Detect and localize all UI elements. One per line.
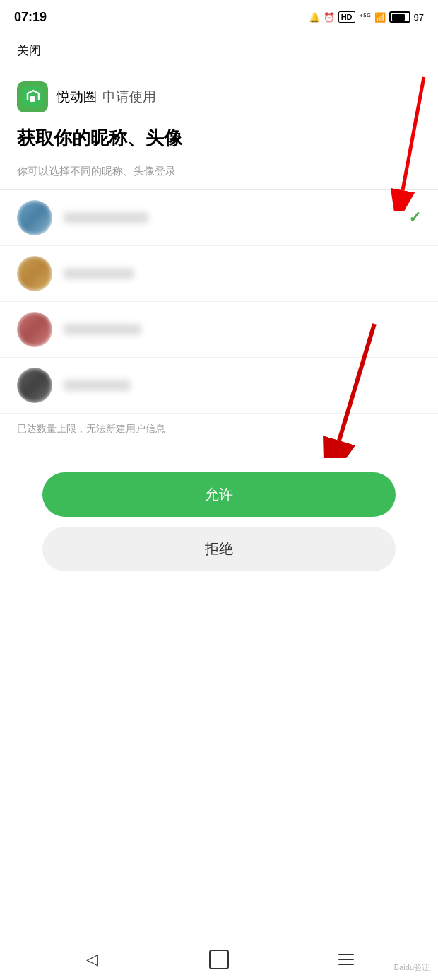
avatar bbox=[17, 312, 52, 347]
user-list: ✓ bbox=[0, 190, 438, 414]
user-info bbox=[64, 268, 421, 279]
user-name-blur bbox=[64, 212, 421, 223]
selected-check-icon: ✓ bbox=[408, 209, 421, 227]
hd-badge: HD bbox=[338, 11, 355, 23]
menu-button[interactable] bbox=[333, 947, 359, 972]
user-item[interactable]: ✓ bbox=[0, 190, 438, 246]
svg-rect-1 bbox=[30, 96, 35, 102]
allow-button[interactable]: 允许 bbox=[42, 472, 396, 517]
avatar-image bbox=[17, 368, 52, 403]
avatar bbox=[17, 368, 52, 403]
status-time: 07:19 bbox=[14, 10, 47, 25]
notification-icon: 🔔 bbox=[309, 12, 320, 23]
permission-subtitle: 你可以选择不同的昵称、头像登录 bbox=[0, 162, 438, 189]
deny-button[interactable]: 拒绝 bbox=[42, 527, 396, 571]
buttons-area: 允许 拒绝 bbox=[0, 458, 438, 585]
user-name bbox=[64, 212, 148, 223]
user-name bbox=[64, 380, 131, 391]
permission-subtitle-text: 你可以选择不同的昵称、头像登录 bbox=[17, 165, 421, 178]
permission-title: 获取你的昵称、头像 bbox=[0, 121, 438, 162]
battery-percentage: 97 bbox=[414, 12, 424, 23]
user-item[interactable] bbox=[0, 302, 438, 358]
network-icon: ⁺⁵ᴳ bbox=[359, 12, 371, 22]
status-icons: 🔔 ⏰ HD ⁺⁵ᴳ 📶 97 bbox=[309, 11, 424, 23]
close-button[interactable]: 关闭 bbox=[17, 44, 41, 57]
avatar-image bbox=[17, 256, 52, 291]
user-info bbox=[64, 380, 421, 391]
battery-icon bbox=[389, 11, 410, 23]
home-button[interactable] bbox=[206, 947, 232, 972]
user-name bbox=[64, 268, 134, 279]
warning-message: 已达数量上限，无法新建用户信息 bbox=[17, 423, 421, 436]
user-info bbox=[64, 324, 421, 335]
avatar bbox=[17, 256, 52, 291]
app-name-group: 悦动圈 申请使用 bbox=[57, 88, 156, 106]
user-item[interactable] bbox=[0, 246, 438, 302]
buttons-section: 允许 拒绝 bbox=[0, 458, 438, 585]
menu-icon bbox=[338, 954, 354, 965]
back-button[interactable]: ◁ bbox=[79, 947, 105, 972]
home-icon bbox=[209, 950, 229, 969]
user-name bbox=[64, 324, 141, 335]
warning-text-section: 已达数量上限，无法新建用户信息 bbox=[0, 414, 438, 444]
battery-fill bbox=[392, 14, 406, 21]
app-name: 悦动圈 bbox=[57, 88, 97, 106]
app-logo-svg bbox=[20, 85, 45, 109]
signal-icon: 📶 bbox=[374, 12, 386, 23]
app-icon bbox=[17, 81, 48, 112]
app-info-section: 悦动圈 申请使用 bbox=[0, 64, 438, 121]
watermark: Baidu验证 bbox=[394, 962, 430, 973]
permission-heading: 获取你的昵称、头像 bbox=[17, 127, 421, 151]
status-bar: 07:19 🔔 ⏰ HD ⁺⁵ᴳ 📶 97 bbox=[0, 0, 438, 31]
close-bar: 关闭 bbox=[0, 31, 438, 64]
avatar-image bbox=[17, 312, 52, 347]
user-item[interactable] bbox=[0, 358, 438, 414]
alarm-icon: ⏰ bbox=[324, 12, 335, 23]
main-content: 关闭 悦动圈 申请使用 获取你的昵称、头像 你可以选择不同的昵称、头像登录 bbox=[0, 31, 438, 938]
back-icon: ◁ bbox=[86, 950, 98, 969]
nav-bar: ◁ Baidu验证 bbox=[0, 938, 438, 980]
app-action: 申请使用 bbox=[102, 88, 156, 106]
avatar bbox=[17, 200, 52, 235]
avatar-image bbox=[17, 200, 52, 235]
